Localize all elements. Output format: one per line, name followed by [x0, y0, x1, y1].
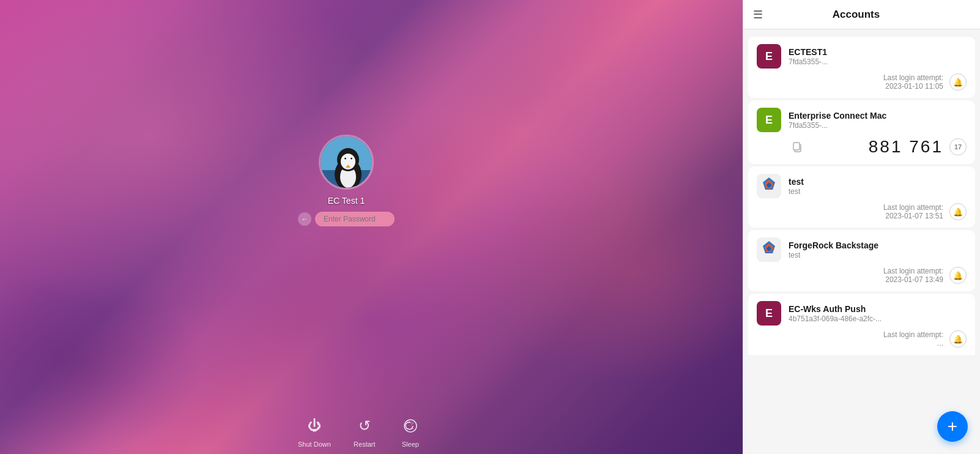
- add-account-button[interactable]: +: [937, 411, 968, 442]
- sleep-icon: [398, 414, 423, 438]
- account-id-test: test: [789, 187, 967, 196]
- account-name-forgerock: ForgeRock Backstage: [789, 240, 967, 250]
- account-secondary-forgerock: Last login attempt: 2023-01-07 13:49 🔔: [757, 267, 967, 284]
- account-icon-forgerock: [757, 237, 781, 262]
- account-info-enterprise: Enterprise Connect Mac 7fda5355-...: [789, 111, 967, 130]
- restart-icon: ↺: [352, 414, 377, 438]
- svg-point-13: [404, 420, 417, 432]
- account-info-ecwks: EC-Wks Auth Push 4b751a3f-069a-486e-a2fc…: [789, 304, 967, 323]
- account-card-ecwks[interactable]: E EC-Wks Auth Push 4b751a3f-069a-486e-a2…: [748, 294, 975, 355]
- account-name-ecwks: EC-Wks Auth Push: [789, 304, 967, 314]
- last-login-date-ecwks: ...: [883, 339, 943, 348]
- account-secondary-test: Last login attempt: 2023-01-07 13:51 🔔: [757, 203, 967, 220]
- totp-code-enterprise: 881 761: [812, 137, 943, 157]
- account-main-row-forgerock: ForgeRock Backstage test: [757, 237, 967, 262]
- restart-button[interactable]: ↺ Restart: [352, 414, 377, 448]
- restart-label: Restart: [354, 441, 375, 448]
- password-row: ←: [298, 212, 395, 226]
- sleep-label: Sleep: [402, 441, 419, 448]
- account-main-row-test: test test: [757, 174, 967, 198]
- svg-point-11: [340, 188, 348, 190]
- last-login-date-test: 2023-01-07 13:51: [883, 212, 943, 220]
- account-card-enterprise-connect[interactable]: E Enterprise Connect Mac 7fda5355-... 88…: [748, 100, 975, 164]
- account-name-ectest1: ECTEST1: [789, 47, 967, 57]
- account-card-forgerock[interactable]: ForgeRock Backstage test Last login atte…: [748, 230, 975, 291]
- panel-title: Accounts: [773, 9, 940, 21]
- login-info-ectest1: Last login attempt: 2023-01-10 11:05: [883, 73, 943, 91]
- totp-row-enterprise: 881 761 17: [757, 137, 967, 157]
- last-login-date-ectest1: 2023-01-10 11:05: [883, 82, 943, 91]
- user-avatar: [319, 135, 374, 190]
- notification-bell-ectest1[interactable]: 🔔: [949, 73, 967, 91]
- panel-header: ☰ Accounts: [743, 0, 980, 29]
- account-main-row-ecwks: E EC-Wks Auth Push 4b751a3f-069a-486e-a2…: [757, 301, 967, 326]
- hamburger-menu-button[interactable]: ☰: [753, 9, 763, 20]
- svg-point-12: [348, 188, 357, 190]
- accounts-list: E ECTEST1 7fda5355-... Last login attemp…: [743, 29, 980, 454]
- account-icon-test: [757, 174, 781, 198]
- desktop-area: EC Test 1 ← ⏻ Shut Down ↺ Restart Sleep: [0, 0, 743, 454]
- account-main-row-ec: E Enterprise Connect Mac 7fda5355-...: [757, 108, 967, 132]
- account-name-enterprise: Enterprise Connect Mac: [789, 111, 967, 121]
- notification-bell-test[interactable]: 🔔: [949, 203, 967, 220]
- login-user-container: EC Test 1 ←: [298, 135, 395, 226]
- account-main-row: E ECTEST1 7fda5355-...: [757, 44, 967, 69]
- login-info-test: Last login attempt: 2023-01-07 13:51: [883, 203, 943, 220]
- account-name-test: test: [789, 177, 967, 187]
- account-info-forgerock: ForgeRock Backstage test: [789, 240, 967, 259]
- password-input[interactable]: [315, 212, 395, 226]
- desktop-dock: ⏻ Shut Down ↺ Restart Sleep: [298, 414, 423, 448]
- login-username: EC Test 1: [328, 196, 365, 206]
- shutdown-label: Shut Down: [298, 441, 331, 448]
- account-card-ectest1[interactable]: E ECTEST1 7fda5355-... Last login attemp…: [748, 37, 975, 98]
- last-login-label-forgerock: Last login attempt:: [883, 267, 943, 275]
- account-icon-ectest1: E: [757, 44, 781, 69]
- account-secondary-ectest1: Last login attempt: 2023-01-10 11:05 🔔: [757, 73, 967, 91]
- sleep-button[interactable]: Sleep: [398, 414, 423, 448]
- last-login-label-ecwks: Last login attempt:: [883, 330, 943, 339]
- notification-bell-forgerock[interactable]: 🔔: [949, 267, 967, 284]
- shutdown-icon: ⏻: [302, 414, 327, 438]
- accounts-panel: ☰ Accounts E ECTEST1 7fda5355-... Last l…: [743, 0, 980, 454]
- notification-bell-ecwks[interactable]: 🔔: [949, 330, 967, 348]
- back-arrow-button[interactable]: ←: [298, 212, 311, 226]
- copy-totp-button[interactable]: [789, 138, 806, 155]
- last-login-label-test: Last login attempt:: [883, 203, 943, 212]
- last-login-label: Last login attempt:: [883, 73, 943, 82]
- login-info-forgerock: Last login attempt: 2023-01-07 13:49: [883, 267, 943, 284]
- shutdown-button[interactable]: ⏻ Shut Down: [298, 414, 331, 448]
- svg-rect-15: [793, 143, 800, 150]
- account-info-ectest1: ECTEST1 7fda5355-...: [789, 47, 967, 66]
- svg-point-10: [351, 158, 352, 160]
- account-id-forgerock: test: [789, 251, 967, 259]
- svg-point-9: [344, 158, 346, 160]
- account-id-ectest1: 7fda5355-...: [789, 58, 967, 66]
- login-info-ecwks: Last login attempt: ...: [883, 330, 943, 348]
- account-icon-ecwks: E: [757, 301, 781, 326]
- totp-timer-enterprise: 17: [949, 138, 967, 155]
- last-login-date-forgerock: 2023-01-07 13:49: [883, 275, 943, 284]
- account-id-ecwks: 4b751a3f-069a-486e-a2fc-...: [789, 314, 967, 323]
- account-secondary-ecwks: Last login attempt: ... 🔔: [757, 330, 967, 348]
- account-icon-enterprise: E: [757, 108, 781, 132]
- account-card-test[interactable]: test test Last login attempt: 2023-01-07…: [748, 166, 975, 228]
- account-info-test: test test: [789, 177, 967, 196]
- account-id-enterprise: 7fda5355-...: [789, 121, 967, 130]
